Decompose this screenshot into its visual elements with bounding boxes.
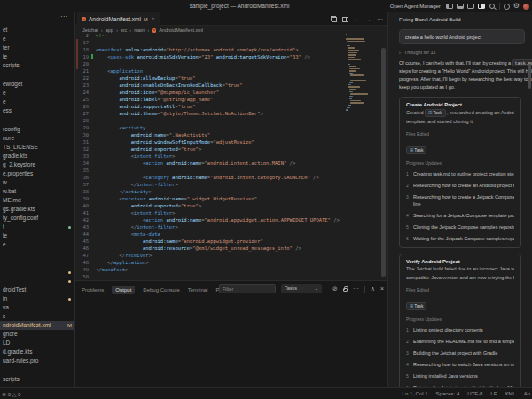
code-line[interactable]: 41 <intent-filter>	[75, 209, 341, 216]
output-channel-select[interactable]: Tasks ⌄	[281, 284, 322, 293]
close-panel-icon[interactable]: ×	[380, 285, 384, 293]
explorer-item[interactable]: d.gradle.kts	[0, 348, 75, 356]
explorer-item[interactable]: scripts	[0, 61, 75, 70]
explorer-item[interactable]: e.properties	[0, 169, 75, 178]
code-line[interactable]: 34 <action android:name="android.intent.…	[75, 160, 341, 167]
explorer-item[interactable]: TS_LICENSE	[0, 143, 75, 152]
lock-scroll-icon[interactable]	[343, 288, 348, 292]
code-line[interactable]: 37 </intent-filter>	[75, 181, 341, 188]
toggle-panel-icon[interactable]	[457, 4, 464, 9]
explorer-item[interactable]: ty_config.conf	[0, 214, 75, 223]
explorer-item[interactable]: e	[0, 35, 75, 43]
code-line[interactable]: 2<!--	[75, 32, 341, 39]
explorer-item[interactable]: e	[0, 240, 75, 249]
status-item[interactable]: LF	[490, 391, 497, 396]
explorer-item[interactable]: w.bat	[0, 187, 75, 196]
explorer-item[interactable]: scripts	[0, 375, 75, 384]
edited-file-chip[interactable]: ⊞Task	[406, 146, 426, 154]
explorer-item[interactable]: ter	[0, 43, 75, 52]
code-editor[interactable]: 2<!--1718<manifest xmlns:android="http:/…	[75, 32, 341, 277]
explorer-item[interactable]: nore	[0, 134, 75, 143]
code-line[interactable]: 48 </application>	[75, 259, 341, 266]
code-line[interactable]: 50	[75, 273, 341, 280]
code-line[interactable]: 45 android:name="android.appwidget.provi…	[75, 238, 341, 245]
code-line[interactable]: 23 android:enableOnBackInvokedCallback="…	[75, 82, 341, 89]
output-filter-input[interactable]	[219, 284, 276, 293]
code-line[interactable]: 25 android:label="@string/app_name"	[75, 96, 341, 103]
code-line[interactable]: 18<manifest xmlns:android="http://schema…	[75, 46, 341, 53]
explorer-item[interactable]: ndroidManifest.xmlM	[0, 321, 75, 330]
minimap[interactable]	[344, 12, 374, 270]
explorer-item[interactable]	[0, 268, 75, 277]
panel-more-actions-icon[interactable]: ⋯	[353, 285, 359, 293]
code-line[interactable]: 20	[75, 60, 341, 67]
code-line[interactable]: 35	[75, 167, 341, 174]
code-line[interactable]: 28	[75, 117, 341, 124]
explorer-item[interactable]	[0, 277, 75, 286]
problems-indicator[interactable]: ⊗ 0 △ 0	[2, 391, 20, 397]
close-tab-icon[interactable]: ×	[151, 16, 154, 22]
open-changes-icon[interactable]	[331, 16, 337, 22]
customize-layout-icon[interactable]	[467, 4, 474, 9]
clear-output-icon[interactable]: ⊘	[332, 285, 338, 293]
code-line[interactable]: 49</manifest>	[75, 266, 341, 273]
explorer-item[interactable]: gradle.kts	[0, 152, 75, 160]
explorer-item[interactable]: w	[0, 178, 75, 187]
explorer-item[interactable]: va	[0, 303, 75, 312]
code-line[interactable]: 26 android:supportsRtl="true"	[75, 103, 341, 110]
explorer-item[interactable]: e	[0, 98, 75, 106]
code-line[interactable]: 30 android:name=".NavActivity"	[75, 131, 341, 138]
panel-tab-output[interactable]: Output	[112, 286, 135, 294]
explorer-item[interactable]: ewidget	[0, 80, 75, 89]
explorer-item[interactable]: in	[0, 294, 75, 303]
code-line[interactable]: 24 android:icon="@mipmap/ic_launcher"	[75, 89, 341, 96]
panel-tab-problems[interactable]: Problems	[82, 287, 104, 293]
code-line[interactable]: 46 android:resource="@xml/widget_unread_…	[75, 245, 341, 252]
maximize-panel-icon[interactable]: ∧	[371, 285, 375, 293]
code-line[interactable]: 36 <category android:name="android.inten…	[75, 174, 341, 181]
code-line[interactable]: 42 <action android:name="android.appwidg…	[75, 216, 341, 223]
toggle-sidebar-icon[interactable]	[446, 4, 453, 9]
explorer-item[interactable]: gs.gradle.kts	[0, 205, 75, 214]
explorer-item[interactable]: g_2.keystore	[0, 160, 75, 169]
code-line[interactable]: 27 android:theme="@style/Theme.Jetchat.N…	[75, 110, 341, 117]
avatar[interactable]	[523, 4, 529, 10]
code-line[interactable]: 47 </receiver>	[75, 252, 341, 259]
explorer-item[interactable]: gnore	[0, 330, 75, 339]
code-line[interactable]: 32 android:exported="true">	[75, 145, 341, 153]
code-line[interactable]: 22 android:allowBackup="true"	[75, 74, 341, 82]
open-agent-manager-button[interactable]: Open Agent Manager	[390, 4, 441, 9]
code-line[interactable]: 38 </activity>	[75, 188, 341, 195]
code-line[interactable]: 21 <application	[75, 67, 341, 74]
search-icon[interactable]	[489, 3, 496, 10]
explorer-item[interactable]: droidTest	[0, 286, 75, 294]
status-item[interactable]: XML	[505, 391, 515, 396]
settings-gear-icon[interactable]: ⚙	[513, 3, 520, 10]
explorer-item[interactable]: ess	[0, 106, 75, 115]
explorer-item[interactable]: uard-rules.pro	[0, 356, 75, 365]
tab-androidmanifest[interactable]: AndroidManifest.xml M ×	[77, 12, 160, 26]
edited-file-chip[interactable]: ⊞Task	[406, 302, 426, 310]
account-icon[interactable]	[504, 4, 510, 10]
explorer-item[interactable]: LD	[0, 339, 75, 348]
thought-toggle[interactable]: ›Thought for 1s	[399, 50, 521, 55]
code-line[interactable]: 43 </intent-filter>	[75, 223, 341, 231]
agent-scrollbar[interactable]	[528, 64, 531, 89]
explorer-item[interactable]: rconfig	[0, 125, 75, 134]
explorer-item[interactable]: et	[0, 26, 75, 35]
code-line[interactable]: 29 <activity	[75, 124, 341, 131]
explorer-item[interactable]: e	[0, 89, 75, 98]
panel-tab-debug-console[interactable]: Debug Console	[143, 287, 179, 293]
status-item[interactable]: An	[524, 391, 530, 396]
editor-scrollbar[interactable]	[381, 48, 386, 277]
status-item[interactable]: Spaces: 4	[436, 391, 460, 396]
explorer-item[interactable]: le	[0, 231, 75, 240]
status-item[interactable]: UTF-8	[467, 391, 482, 396]
task-chip[interactable]: ⊞Task	[425, 109, 445, 117]
explorer-item[interactable]	[0, 249, 75, 258]
explorer-item[interactable]: s	[0, 312, 75, 321]
code-line[interactable]: 44 <meta-data	[75, 231, 341, 238]
code-line[interactable]: 39 <receiver android:name=".widget.Widge…	[75, 195, 341, 202]
code-line[interactable]: 33 <intent-filter>	[75, 153, 341, 160]
code-line[interactable]: 19 <uses-sdk android:minSdkVersion="23" …	[75, 53, 341, 60]
